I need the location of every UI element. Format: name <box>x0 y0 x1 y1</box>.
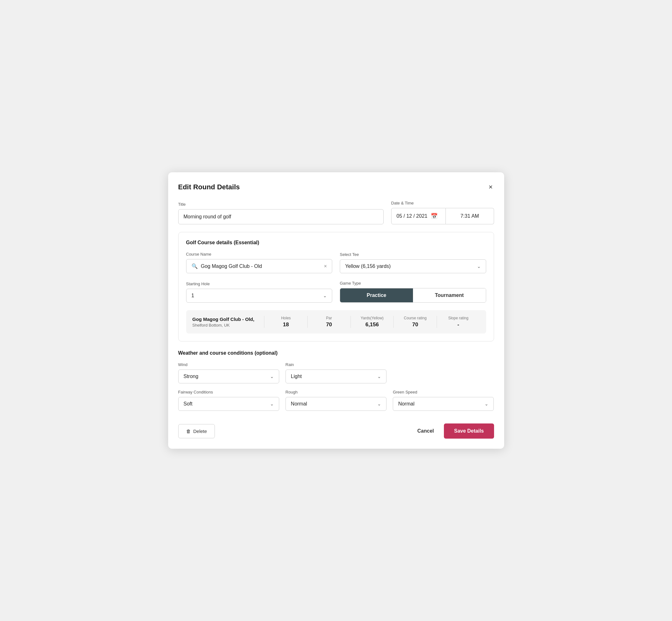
footer-row: 🗑 Delete Cancel Save Details <box>178 421 494 439</box>
chevron-down-icon: ⌄ <box>270 401 274 406</box>
starting-hole-label: Starting Hole <box>186 282 333 286</box>
course-full-name: Gog Magog Golf Club - Old, <box>193 317 264 322</box>
title-input[interactable] <box>178 209 384 224</box>
course-name-input[interactable]: 🔍 Gog Magog Golf Club - Old × <box>186 259 333 273</box>
starting-hole-value: 1 <box>192 293 194 298</box>
yards-value: 6,156 <box>356 322 389 328</box>
fairway-label: Fairway Conditions <box>178 390 279 395</box>
rain-group: Rain Light ⌄ <box>286 362 386 383</box>
slope-rating-value: - <box>442 322 475 328</box>
par-value: 70 <box>313 322 345 328</box>
yards-label: Yards(Yellow) <box>356 316 389 320</box>
yards-stat: Yards(Yellow) 6,156 <box>350 316 394 328</box>
rain-value: Light <box>291 374 302 379</box>
search-icon: 🔍 <box>192 263 198 269</box>
hole-gametype-row: Starting Hole 1 ⌄ Game Type Practice Tou… <box>186 281 486 303</box>
wind-label: Wind <box>178 362 279 367</box>
course-location: Shelford Bottom, UK <box>193 323 264 328</box>
trash-icon: 🗑 <box>186 428 191 434</box>
chevron-down-icon: ⌄ <box>377 374 381 379</box>
chevron-down-icon: ⌄ <box>270 374 274 379</box>
course-info-name: Gog Magog Golf Club - Old, Shelford Bott… <box>193 317 264 328</box>
time-value: 7:31 AM <box>460 213 479 219</box>
chevron-down-icon: ⌄ <box>323 293 327 298</box>
wind-group: Wind Strong ⌄ <box>178 362 279 383</box>
wind-dropdown[interactable]: Strong ⌄ <box>178 370 279 383</box>
title-datetime-row: Title Date & Time 05 / 12 / 2021 📅 7:31 … <box>178 201 494 224</box>
weather-section: Weather and course conditions (optional)… <box>178 350 494 411</box>
cancel-button[interactable]: Cancel <box>415 424 436 438</box>
rough-value: Normal <box>291 401 307 407</box>
holes-label: Holes <box>269 316 302 320</box>
delete-label: Delete <box>194 428 207 434</box>
edit-round-modal: Edit Round Details × Title Date & Time 0… <box>168 172 504 449</box>
chevron-down-icon: ⌄ <box>477 264 481 269</box>
footer-right: Cancel Save Details <box>415 423 494 439</box>
green-speed-value: Normal <box>398 401 415 407</box>
holes-stat: Holes 18 <box>264 316 307 328</box>
course-rating-stat: Course rating 70 <box>393 316 437 328</box>
time-input[interactable]: 7:31 AM <box>446 208 494 224</box>
title-group: Title <box>178 202 384 224</box>
green-speed-group: Green Speed Normal ⌄ <box>393 390 494 411</box>
wind-rain-row: Wind Strong ⌄ Rain Light ⌄ <box>178 362 494 383</box>
delete-button[interactable]: 🗑 Delete <box>178 424 215 438</box>
date-time-fields: 05 / 12 / 2021 📅 7:31 AM <box>391 208 494 224</box>
golf-course-section: Golf Course details (Essential) Course N… <box>178 232 494 341</box>
rough-label: Rough <box>286 390 386 395</box>
fairway-value: Soft <box>183 401 193 407</box>
select-tee-dropdown[interactable]: Yellow (6,156 yards) ⌄ <box>340 259 486 273</box>
chevron-down-icon: ⌄ <box>485 401 489 406</box>
par-stat: Par 70 <box>307 316 350 328</box>
rain-label: Rain <box>286 362 386 367</box>
fairway-dropdown[interactable]: Soft ⌄ <box>178 397 279 411</box>
close-button[interactable]: × <box>488 182 494 192</box>
game-type-toggle: Practice Tournament <box>340 288 486 303</box>
modal-header: Edit Round Details × <box>178 182 494 192</box>
rough-group: Rough Normal ⌄ <box>286 390 386 411</box>
calendar-icon: 📅 <box>431 213 437 220</box>
practice-button[interactable]: Practice <box>340 288 413 302</box>
course-tee-row: Course Name 🔍 Gog Magog Golf Club - Old … <box>186 252 486 273</box>
par-label: Par <box>313 316 345 320</box>
course-info-box: Gog Magog Golf Club - Old, Shelford Bott… <box>186 310 486 334</box>
holes-value: 18 <box>269 322 302 328</box>
green-speed-dropdown[interactable]: Normal ⌄ <box>393 397 494 411</box>
weather-title: Weather and course conditions (optional) <box>178 350 494 356</box>
game-type-label: Game Type <box>340 281 486 286</box>
select-tee-value: Yellow (6,156 yards) <box>345 263 390 269</box>
modal-title: Edit Round Details <box>178 183 240 191</box>
course-name-label: Course Name <box>186 252 333 256</box>
fairway-rough-green-row: Fairway Conditions Soft ⌄ Rough Normal ⌄… <box>178 390 494 411</box>
select-tee-label: Select Tee <box>340 252 486 257</box>
save-button[interactable]: Save Details <box>444 423 494 439</box>
game-type-group: Game Type Practice Tournament <box>340 281 486 303</box>
datetime-group: Date & Time 05 / 12 / 2021 📅 7:31 AM <box>391 201 494 224</box>
starting-hole-dropdown[interactable]: 1 ⌄ <box>186 289 333 303</box>
rough-dropdown[interactable]: Normal ⌄ <box>286 397 386 411</box>
clear-icon[interactable]: × <box>324 263 327 269</box>
golf-course-title: Golf Course details (Essential) <box>186 240 486 246</box>
course-rating-value: 70 <box>399 322 432 328</box>
slope-rating-stat: Slope rating - <box>437 316 480 328</box>
green-speed-label: Green Speed <box>393 390 494 395</box>
course-name-value: Gog Magog Golf Club - Old <box>201 263 321 269</box>
fairway-group: Fairway Conditions Soft ⌄ <box>178 390 279 411</box>
slope-rating-label: Slope rating <box>442 316 475 320</box>
course-name-group: Course Name 🔍 Gog Magog Golf Club - Old … <box>186 252 333 273</box>
starting-hole-group: Starting Hole 1 ⌄ <box>186 282 333 303</box>
title-label: Title <box>178 202 384 207</box>
date-input[interactable]: 05 / 12 / 2021 📅 <box>391 208 446 224</box>
rain-dropdown[interactable]: Light ⌄ <box>286 370 386 383</box>
course-rating-label: Course rating <box>399 316 432 320</box>
date-value: 05 / 12 / 2021 <box>396 213 427 219</box>
chevron-down-icon: ⌄ <box>377 401 381 406</box>
select-tee-group: Select Tee Yellow (6,156 yards) ⌄ <box>340 252 486 273</box>
tournament-button[interactable]: Tournament <box>413 288 486 302</box>
wind-value: Strong <box>183 374 199 379</box>
datetime-label: Date & Time <box>391 201 494 205</box>
